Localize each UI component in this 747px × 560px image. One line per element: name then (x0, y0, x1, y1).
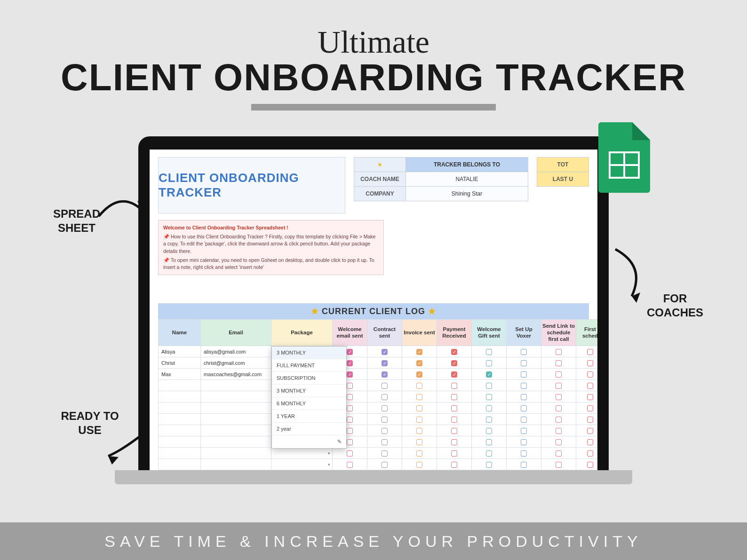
checkbox[interactable] (451, 462, 457, 468)
checkbox[interactable] (521, 371, 527, 378)
checkbox[interactable] (486, 371, 492, 378)
table-row[interactable]: ▾ (159, 402, 598, 414)
check-cell[interactable] (541, 357, 576, 369)
check-cell[interactable] (576, 402, 598, 414)
check-cell[interactable] (402, 459, 437, 470)
check-cell[interactable] (402, 436, 437, 448)
check-cell[interactable] (541, 391, 576, 402)
checkbox[interactable] (416, 417, 422, 423)
package-cell[interactable]: ▾ (271, 459, 333, 470)
checkbox[interactable] (381, 417, 388, 423)
checkbox[interactable] (416, 349, 422, 355)
checkbox[interactable] (381, 439, 388, 445)
checkbox[interactable] (451, 439, 457, 445)
check-cell[interactable] (472, 402, 507, 414)
checkbox[interactable] (347, 439, 353, 445)
email-cell[interactable] (201, 414, 271, 425)
email-cell[interactable] (201, 391, 271, 402)
check-cell[interactable] (437, 414, 472, 425)
email-cell[interactable] (201, 459, 271, 470)
chevron-down-icon[interactable]: ▾ (328, 451, 330, 456)
checkbox[interactable] (416, 394, 422, 400)
checkbox[interactable] (521, 405, 527, 411)
checkbox[interactable] (347, 394, 353, 400)
check-cell[interactable] (576, 380, 598, 391)
check-cell[interactable] (472, 414, 507, 425)
checkbox[interactable] (556, 394, 562, 400)
email-cell[interactable] (201, 425, 271, 436)
check-cell[interactable] (541, 448, 576, 459)
checkbox[interactable] (416, 439, 422, 445)
check-cell[interactable] (576, 448, 598, 459)
check-cell[interactable] (437, 380, 472, 391)
check-cell[interactable] (437, 425, 472, 436)
checkbox[interactable] (451, 405, 457, 411)
dropdown-option[interactable]: 3 MONTHLY (272, 347, 346, 359)
checkbox[interactable] (381, 371, 388, 378)
checkbox[interactable] (416, 371, 422, 378)
check-cell[interactable] (367, 448, 402, 459)
checkbox[interactable] (381, 428, 388, 434)
checkbox[interactable] (556, 349, 562, 355)
checkbox[interactable] (486, 394, 492, 400)
name-cell[interactable] (159, 436, 201, 448)
checkbox[interactable] (587, 383, 593, 389)
name-cell[interactable]: Max (159, 369, 201, 380)
check-cell[interactable] (437, 357, 472, 369)
checkbox[interactable] (416, 428, 422, 434)
checkbox[interactable] (486, 450, 492, 457)
checkbox[interactable] (347, 349, 353, 355)
checkbox[interactable] (521, 360, 527, 366)
check-cell[interactable] (402, 448, 437, 459)
checkbox[interactable] (556, 462, 562, 468)
checkbox[interactable] (347, 450, 353, 457)
check-cell[interactable] (576, 425, 598, 436)
check-cell[interactable] (437, 369, 472, 380)
email-cell[interactable] (201, 380, 271, 391)
name-cell[interactable] (159, 459, 201, 470)
check-cell[interactable] (472, 369, 507, 380)
name-cell[interactable] (159, 414, 201, 425)
name-cell[interactable]: Christ (159, 357, 201, 369)
email-cell[interactable] (201, 448, 271, 459)
package-cell[interactable]: 3 MONTHLY▾3 MONTHLYFULL PAYMENTSUBSCRIPT… (271, 346, 333, 357)
check-cell[interactable] (576, 346, 598, 357)
check-cell[interactable] (437, 448, 472, 459)
checkbox[interactable] (381, 450, 388, 457)
check-cell[interactable] (367, 436, 402, 448)
table-row[interactable]: ▾ (159, 436, 598, 448)
check-cell[interactable] (472, 346, 507, 357)
email-cell[interactable] (201, 436, 271, 448)
checkbox[interactable] (486, 428, 492, 434)
check-cell[interactable] (576, 414, 598, 425)
checkbox[interactable] (486, 417, 492, 423)
checkbox[interactable] (347, 405, 353, 411)
check-cell[interactable] (367, 402, 402, 414)
checkbox[interactable] (451, 394, 457, 400)
check-cell[interactable] (472, 448, 507, 459)
check-cell[interactable] (472, 357, 507, 369)
check-cell[interactable] (507, 391, 541, 402)
dropdown-option[interactable]: 2 year (272, 423, 346, 435)
checkbox[interactable] (587, 349, 593, 355)
name-cell[interactable] (159, 425, 201, 436)
checkbox[interactable] (556, 417, 562, 423)
check-cell[interactable] (576, 357, 598, 369)
checkbox[interactable] (347, 462, 353, 468)
check-cell[interactable] (507, 414, 541, 425)
checkbox[interactable] (556, 405, 562, 411)
email-cell[interactable]: alisya@gmail.com (201, 346, 271, 357)
checkbox[interactable] (486, 462, 492, 468)
check-cell[interactable] (367, 425, 402, 436)
checkbox[interactable] (416, 360, 422, 366)
check-cell[interactable] (437, 391, 472, 402)
checkbox[interactable] (416, 462, 422, 468)
checkbox[interactable] (587, 394, 593, 400)
checkbox[interactable] (347, 371, 353, 378)
check-cell[interactable] (541, 459, 576, 470)
checkbox[interactable] (556, 439, 562, 445)
checkbox[interactable] (587, 439, 593, 445)
check-cell[interactable] (402, 369, 437, 380)
dropdown-option[interactable]: 3 MONTHLY (272, 385, 346, 397)
checkbox[interactable] (587, 371, 593, 378)
